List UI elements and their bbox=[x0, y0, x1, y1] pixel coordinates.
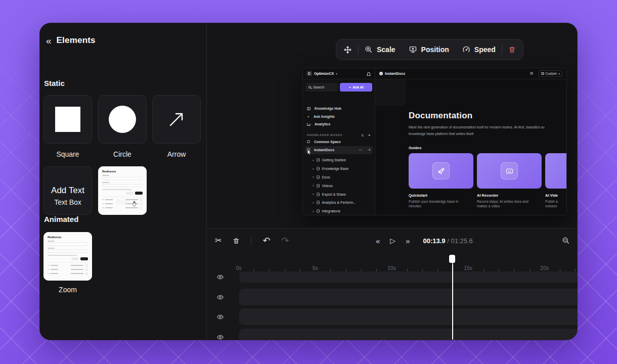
redirects-mini-preview: Redirects bbox=[98, 166, 147, 215]
book-icon bbox=[307, 107, 311, 110]
tree-item-export-share: ▾Export & Share bbox=[313, 190, 375, 199]
knowledge-bases-section-label: KNOWLEDGE BASES bbox=[307, 133, 342, 136]
track-visibility-toggle[interactable] bbox=[216, 313, 224, 321]
tree-item-analytics-performance: ▾Analytics & Perform... bbox=[313, 198, 375, 207]
arrow-shape-icon bbox=[166, 109, 187, 130]
mini-field-label bbox=[48, 241, 55, 242]
mini-input bbox=[102, 177, 143, 180]
preview-app-header: C OptimizeCX ▾ i InstantDocs ⚙ Custom ▾ bbox=[303, 68, 566, 79]
skip-forward-button[interactable]: » bbox=[406, 237, 410, 245]
preview-search-button: Search bbox=[305, 83, 338, 92]
page-icon bbox=[317, 158, 320, 162]
page-icon bbox=[317, 184, 320, 188]
timeline-track-1[interactable] bbox=[239, 271, 577, 283]
skip-back-button[interactable]: « bbox=[376, 237, 380, 245]
ruler-label: 10s bbox=[387, 265, 396, 271]
track-visibility-toggle[interactable] bbox=[216, 294, 224, 301]
mini-input bbox=[102, 184, 143, 187]
elements-panel: « Elements Static Square Circle Arrow Ad… bbox=[40, 23, 207, 340]
element-label-text-box: Text Box bbox=[43, 198, 92, 206]
track-visibility-toggle[interactable] bbox=[216, 334, 224, 340]
timeline-track-3[interactable] bbox=[239, 308, 577, 325]
ruler-label: 20s bbox=[540, 265, 549, 271]
toolbar-divider bbox=[502, 44, 502, 55]
play-button[interactable]: ▷ bbox=[390, 237, 395, 244]
page-icon bbox=[317, 167, 320, 170]
element-label-square: Square bbox=[43, 150, 92, 158]
move-icon[interactable] bbox=[343, 46, 352, 54]
undo-button[interactable]: ↶ bbox=[262, 236, 270, 245]
page-icon bbox=[317, 209, 320, 213]
position-button[interactable]: Position bbox=[409, 46, 449, 54]
element-card-arrow[interactable] bbox=[152, 95, 201, 144]
mini-caption bbox=[102, 189, 131, 190]
delete-element-button[interactable] bbox=[508, 46, 516, 54]
mini-cancel-button bbox=[71, 257, 79, 260]
element-card-zoom[interactable]: Redirects bbox=[43, 232, 92, 281]
collapse-panel-icon[interactable]: « bbox=[46, 36, 52, 46]
static-section-label: Static bbox=[44, 79, 65, 87]
element-card-blur[interactable]: Redirects bbox=[98, 166, 147, 215]
custom-dropdown: Custom ▾ bbox=[539, 70, 562, 77]
playhead-line bbox=[452, 259, 453, 340]
chart-icon bbox=[307, 123, 311, 126]
guide-card-quickstart: Quickstart Publish your knowledge base i… bbox=[409, 153, 473, 208]
element-label-circle: Circle bbox=[98, 150, 147, 158]
circle-shape-icon bbox=[109, 106, 136, 133]
timeline-track-4[interactable] bbox=[239, 329, 577, 340]
page-icon bbox=[317, 175, 320, 179]
tree-item-knowledge-base: ▾Knowledge Base bbox=[313, 164, 375, 173]
doc-tab-title: InstantDocs bbox=[385, 72, 405, 75]
mini-title: Redirects bbox=[48, 236, 88, 239]
search-icon bbox=[308, 86, 311, 88]
cut-button[interactable]: ✂ bbox=[215, 237, 222, 245]
zoom-out-timeline-button[interactable] bbox=[562, 237, 570, 247]
mini-add-button bbox=[135, 192, 143, 195]
mini-caption bbox=[48, 255, 77, 256]
playhead-handle[interactable] bbox=[449, 255, 455, 263]
timeline-track-2[interactable] bbox=[239, 289, 577, 305]
element-card-square[interactable] bbox=[43, 95, 92, 144]
guide-card-ai-recorder: AI Recorder Record steps; AI writes docs… bbox=[477, 153, 542, 208]
workspace-logo-icon: C bbox=[306, 71, 312, 76]
doc-subtitle-line2: knowledge base platform that writes itse… bbox=[409, 132, 474, 135]
tree-item-videos: ▾Videos bbox=[313, 181, 375, 190]
preview-ask-ai-button: ✦ Ask AI bbox=[340, 83, 372, 92]
ruler-label: 15s bbox=[464, 265, 472, 271]
toolbar-divider bbox=[358, 44, 359, 55]
delete-clip-button[interactable] bbox=[233, 237, 240, 245]
animated-section-label: Animated bbox=[44, 215, 78, 223]
guides-label: Guides bbox=[409, 146, 421, 150]
monitor-icon bbox=[409, 46, 417, 54]
base-instantdocs: InstantDocs ⋯ + bbox=[305, 146, 373, 154]
track-visibility-toggle[interactable] bbox=[216, 274, 224, 281]
redo-button[interactable]: ↷ bbox=[282, 236, 289, 245]
element-card-circle[interactable] bbox=[98, 95, 147, 144]
video-preview[interactable]: C OptimizeCX ▾ i InstantDocs ⚙ Custom ▾ bbox=[302, 68, 567, 215]
nav-analytics: Analytics bbox=[307, 120, 371, 128]
add-text-label: Add Text bbox=[51, 186, 84, 196]
canvas-area[interactable]: Scale Position Speed bbox=[207, 23, 577, 228]
total-time: 01:25.6 bbox=[451, 237, 472, 245]
recorded-cursor-icon bbox=[306, 149, 312, 156]
chevron-down-icon: ▾ bbox=[336, 72, 337, 75]
ellipsis-icon: ⋯ bbox=[359, 148, 362, 152]
panel-title: Elements bbox=[57, 35, 96, 46]
chevron-down-icon: ▾ bbox=[558, 72, 560, 75]
tree-item-getting-started: ▾Getting Started bbox=[313, 156, 375, 165]
nav-ask-insights: ✦ Ask Insights bbox=[307, 113, 371, 121]
tree-item-integrations: ▾Integrations bbox=[313, 207, 375, 215]
element-card-text-box[interactable]: Add Text bbox=[43, 166, 92, 215]
eye-icon bbox=[216, 294, 224, 301]
ruler-label: 0s bbox=[236, 265, 241, 271]
zoom-out-icon bbox=[562, 237, 570, 245]
speed-button[interactable]: Speed bbox=[462, 46, 496, 54]
element-label-zoom: Zoom bbox=[43, 286, 92, 294]
layout-icon bbox=[541, 72, 544, 75]
scale-button[interactable]: Scale bbox=[365, 46, 395, 54]
page-icon bbox=[317, 193, 320, 196]
guide-card-ai-video: AI Vide Polish a voiceov bbox=[545, 153, 566, 208]
mini-add-button bbox=[80, 257, 88, 260]
tree-item-docs: ▾Docs bbox=[313, 173, 375, 181]
square-shape-icon bbox=[55, 107, 80, 132]
